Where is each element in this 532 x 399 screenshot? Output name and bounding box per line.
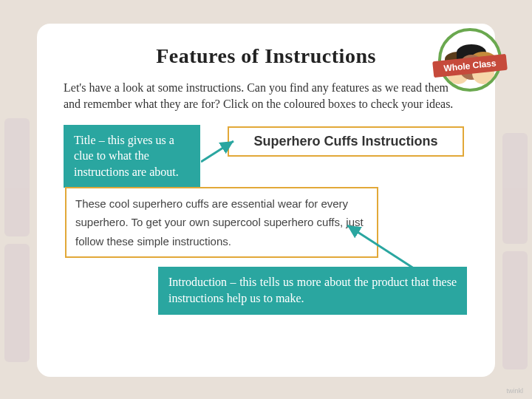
content-area: Title – this gives us a clue to what the… [64, 125, 468, 332]
callout-intro-feature[interactable]: Introduction – this tells us more about … [158, 267, 467, 315]
slide-card: Features of Instructions Let's have a lo… [37, 24, 495, 377]
watermark: twinkl [506, 387, 523, 395]
slide-title: Features of Instructions [64, 44, 468, 68]
slide-instruction-text: Let's have a look at some instructions. … [64, 80, 468, 113]
whole-class-badge: Whole Class [437, 28, 502, 93]
callout-title-feature[interactable]: Title – this gives us a clue to what the… [64, 125, 200, 188]
example-title-box[interactable]: Superhero Cuffs Instructions [228, 126, 464, 157]
example-intro-box[interactable]: These cool superhero cuffs are essential… [65, 187, 378, 259]
